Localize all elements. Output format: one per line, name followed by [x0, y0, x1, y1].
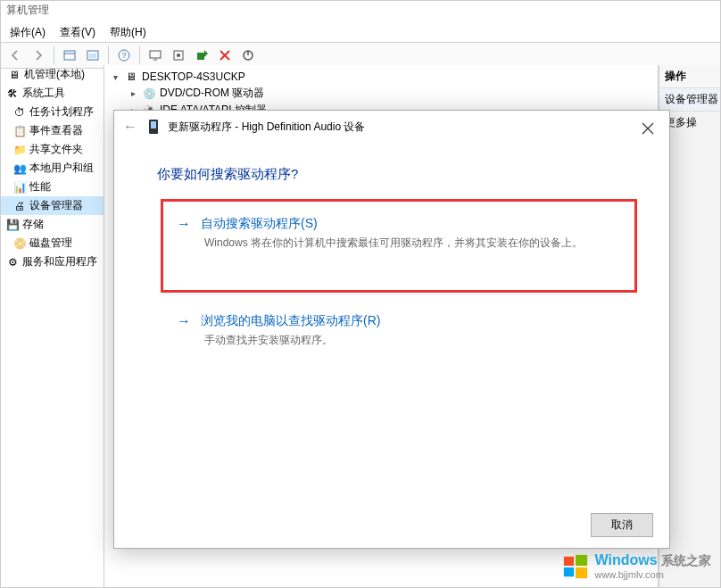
tree-disk-mgmt[interactable]: 📀磁盘管理	[1, 234, 104, 253]
option-browse-computer[interactable]: → 浏览我的电脑以查找驱动程序(R) 手动查找并安装驱动程序。	[161, 309, 637, 352]
tree-event-viewer[interactable]: 📋事件查看器	[1, 121, 104, 140]
windows-logo-icon	[562, 553, 589, 580]
actions-header: 操作	[659, 65, 720, 88]
tree-label: 性能	[29, 179, 51, 195]
tree-task-scheduler[interactable]: ⏱任务计划程序	[1, 103, 104, 121]
tree-shared-folders[interactable]: 📁共享文件夹	[1, 140, 104, 159]
help-button[interactable]: ?	[113, 45, 135, 66]
users-icon: 👥	[13, 162, 26, 175]
back-icon[interactable]: ←	[123, 119, 143, 135]
tree-system-tools[interactable]: 🛠系统工具	[1, 84, 104, 103]
menu-help[interactable]: 帮助(H)	[110, 25, 146, 40]
tree-label: 磁盘管理	[29, 236, 72, 251]
svg-point-9	[177, 54, 180, 57]
event-icon: 📋	[13, 125, 26, 137]
uninstall-button[interactable]	[214, 45, 236, 66]
toolbar-separator	[108, 46, 109, 64]
svg-rect-15	[576, 554, 587, 565]
folder-icon: 📁	[13, 144, 26, 156]
perf-icon: 📊	[13, 181, 26, 194]
toolbar-separator	[54, 46, 54, 64]
chevron-down-icon[interactable]: ▾	[110, 72, 120, 82]
svg-rect-3	[89, 54, 96, 58]
device-category-dvd[interactable]: ▸ 💿 DVD/CD-ROM 驱动器	[110, 85, 652, 102]
device-icon: 🖨	[13, 200, 26, 212]
option-description: 手动查找并安装驱动程序。	[204, 333, 622, 348]
svg-rect-17	[576, 567, 587, 577]
dialog-heading: 你要如何搜索驱动程序?	[157, 166, 669, 183]
device-tree-root[interactable]: ▾ 🖥 DESKTOP-4S3UCKP	[110, 69, 652, 85]
tools-icon: 🛠	[6, 87, 19, 100]
tree-label: DESKTOP-4S3UCKP	[142, 70, 245, 83]
dialog-title: 更新驱动程序 - High Definition Audio 设备	[168, 120, 365, 135]
tree-performance[interactable]: 📊性能	[1, 178, 104, 196]
cancel-button[interactable]: 取消	[591, 513, 653, 537]
show-hide-tree-button[interactable]	[59, 45, 80, 66]
svg-rect-13	[151, 121, 156, 128]
option-title: 浏览我的电脑以查找驱动程序(R)	[201, 313, 380, 329]
actions-category: 设备管理器	[659, 88, 720, 112]
disk-icon: 📀	[13, 237, 26, 250]
tree-device-manager[interactable]: 🖨设备管理器	[1, 196, 104, 215]
tree-root-local[interactable]: 🖥机管理(本地)	[1, 65, 104, 84]
option-auto-search[interactable]: → 自动搜索驱动程序(S) Windows 将在你的计算机中搜索最佳可用驱动程序…	[176, 216, 622, 276]
nav-back-button[interactable]	[4, 45, 26, 66]
menu-action[interactable]: 操作(A)	[10, 25, 46, 40]
tree-label: 共享文件夹	[29, 142, 83, 157]
option-title: 自动搜索驱动程序(S)	[201, 216, 318, 232]
svg-rect-6	[150, 51, 161, 58]
svg-rect-16	[564, 567, 574, 576]
computer-icon: 🖥	[124, 70, 138, 84]
watermark-url: www.bjjmlv.com	[594, 569, 711, 580]
close-button[interactable]	[635, 118, 660, 139]
tree-storage[interactable]: 💾存储	[1, 215, 104, 234]
computer-icon: 🖥	[8, 69, 21, 81]
disable-button[interactable]	[237, 45, 259, 66]
clock-icon: ⏱	[13, 106, 26, 119]
scan-hardware-button[interactable]	[168, 45, 189, 66]
tree-label: 服务和应用程序	[22, 254, 97, 269]
tree-label: 任务计划程序	[29, 104, 94, 120]
tree-services-apps[interactable]: ⚙服务和应用程序	[1, 253, 104, 271]
arrow-right-icon: →	[176, 313, 192, 329]
nav-forward-button[interactable]	[28, 45, 49, 66]
menu-view[interactable]: 查看(V)	[60, 25, 95, 40]
watermark-brand: Windows	[594, 552, 657, 567]
left-tree-pane: 🖥机管理(本地) 🛠系统工具 ⏱任务计划程序 📋事件查看器 📁共享文件夹 👥本地…	[1, 65, 104, 587]
tree-label: 系统工具	[22, 86, 65, 101]
tree-label: 设备管理器	[29, 198, 83, 213]
svg-rect-0	[64, 51, 75, 60]
close-icon	[642, 122, 654, 135]
dvd-icon: 💿	[142, 87, 156, 101]
tree-label: 机管理(本地)	[24, 67, 85, 82]
svg-text:?: ?	[121, 51, 126, 60]
tree-label: 存储	[22, 217, 44, 232]
tree-local-users[interactable]: 👥本地用户和组	[1, 159, 104, 178]
properties-button[interactable]	[82, 45, 104, 66]
svg-rect-10	[197, 53, 204, 60]
toolbar-separator	[139, 46, 140, 64]
update-driver-dialog: ← 更新驱动程序 - High Definition Audio 设备 你要如何…	[113, 110, 670, 549]
services-icon: ⚙	[6, 256, 19, 269]
menu-bar: 操作(A) 查看(V) 帮助(H)	[1, 22, 720, 43]
watermark: Windows 系统之家 www.bjjmlv.com	[562, 552, 711, 580]
monitor-icon[interactable]	[145, 45, 166, 66]
tree-label: 本地用户和组	[29, 161, 94, 176]
option-auto-search-highlight: → 自动搜索驱动程序(S) Windows 将在你的计算机中搜索最佳可用驱动程序…	[161, 199, 637, 293]
arrow-right-icon: →	[176, 216, 192, 232]
tree-label: 事件查看器	[29, 123, 83, 138]
option-description: Windows 将在你的计算机中搜索最佳可用驱动程序，并将其安装在你的设备上。	[204, 236, 622, 251]
svg-rect-14	[564, 556, 574, 565]
chevron-right-icon[interactable]: ▸	[128, 88, 138, 98]
watermark-sub: 系统之家	[661, 553, 711, 567]
tree-label: DVD/CD-ROM 驱动器	[160, 86, 264, 101]
window-title: 算机管理	[1, 1, 720, 22]
update-driver-button[interactable]	[191, 45, 212, 66]
device-icon	[145, 118, 162, 136]
storage-icon: 💾	[6, 219, 19, 231]
